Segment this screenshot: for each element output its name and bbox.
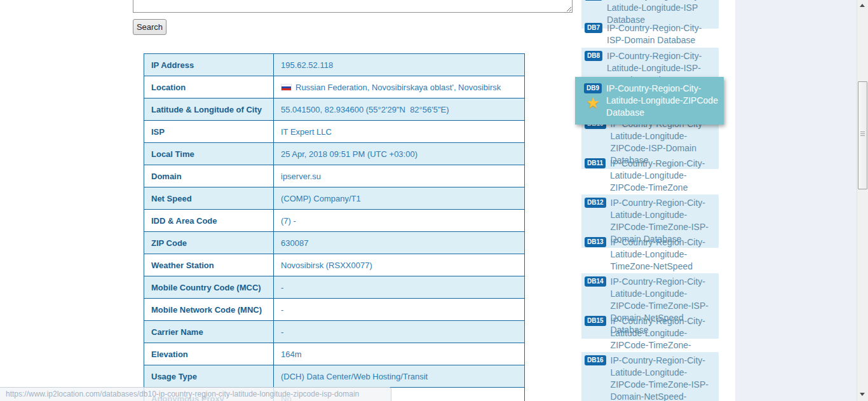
row-label: IP Address [144, 54, 274, 76]
ip-query-textarea[interactable] [133, 0, 573, 13]
database-list-sidebar: DB6 IP-Country-Region-City-Latitude-Long… [575, 0, 735, 401]
table-row: Location Russian Federation, Novosibirsk… [144, 76, 525, 99]
row-value: - [274, 276, 525, 299]
table-row: Domain ipserver.su [144, 165, 525, 187]
row-value: - [274, 299, 525, 321]
sidebar-item-db16[interactable]: DB16 IP-Country-Region-City-Latitude-Lon… [581, 352, 719, 401]
status-bar-url-preview: https://www.ip2location.com/databases/db… [0, 387, 391, 401]
db15-badge: DB15 [585, 316, 606, 326]
row-value: 55.041500, 82.934600 (55°2'29"N 82°56'5"… [274, 99, 525, 121]
row-value: Russian Federation, Novosibirskaya oblas… [274, 76, 525, 99]
row-label: Net Speed [144, 187, 274, 210]
table-row: Latitude & Longitude of City 55.041500, … [144, 99, 525, 121]
scroll-up-button[interactable] [857, 0, 868, 11]
row-label: Location [144, 76, 274, 99]
row-value: (7) - [274, 210, 525, 232]
db6-badge: DB6 [585, 0, 602, 1]
db9-badge: DB9 [584, 83, 602, 93]
sidebar-item-db9-highlighted[interactable]: DB9 ★ IP-Country-Region-City-Latitude-Lo… [575, 77, 724, 125]
sidebar-item-label: IP-Country-Region-City-Latitude-Longitud… [611, 355, 715, 401]
row-value: 630087 [274, 232, 525, 254]
search-button[interactable]: Search [133, 19, 166, 35]
row-label: Mobile Country Code (MCC) [144, 276, 274, 299]
location-text: Russian Federation, Novosibirskaya oblas… [295, 83, 501, 92]
arrow-up-icon [860, 4, 865, 7]
row-label: ZIP Code [144, 232, 274, 254]
row-value: 164m [274, 343, 525, 365]
db12-badge: DB12 [585, 198, 606, 208]
table-row: Elevation 164m [144, 343, 525, 365]
table-row: Mobile Network Code (MNC) - [144, 299, 525, 321]
russia-flag-icon [281, 84, 292, 91]
db14-badge: DB14 [585, 276, 606, 287]
db16-badge: DB16 [585, 355, 606, 365]
db8-badge: DB8 [585, 51, 602, 61]
db13-badge: DB13 [585, 237, 606, 247]
ip-lookup-results-table: IP Address 195.62.52.118 Location Russia… [144, 53, 525, 401]
page-outer-background [735, 0, 857, 401]
row-label: Carrier Name [144, 321, 274, 343]
row-label: ISP [144, 121, 274, 143]
table-row: ISP IT Expert LLC [144, 121, 525, 143]
table-row: Usage Type (DCH) Data Center/Web Hosting… [144, 365, 525, 388]
sidebar-item-db7[interactable]: DB7 IP-Country-Region-City-ISP-Domain Da… [581, 20, 719, 49]
row-label: Latitude & Longitude of City [144, 99, 274, 121]
row-label: Usage Type [144, 365, 274, 388]
row-value: - [274, 321, 525, 343]
row-value: 195.62.52.118 [274, 54, 525, 76]
vertical-scrollbar[interactable] [857, 0, 868, 401]
row-label: Elevation [144, 343, 274, 365]
row-value: ipserver.su [274, 165, 525, 187]
table-row: IDD & Area Code (7) - [144, 210, 525, 232]
db11-badge: DB11 [585, 158, 606, 168]
table-row: IP Address 195.62.52.118 [144, 54, 525, 76]
table-row: Carrier Name - [144, 321, 525, 343]
table-row: Weather Station Novosibirsk (RSXX0077) [144, 254, 525, 276]
arrow-down-icon [860, 393, 865, 396]
table-row: Net Speed (COMP) Company/T1 [144, 187, 525, 210]
row-value: 25 Apr, 2018 09:51 PM (UTC +03:00) [274, 143, 525, 165]
star-icon: ★ [586, 96, 600, 110]
row-label: Weather Station [144, 254, 274, 276]
row-label: Local Time [144, 143, 274, 165]
row-label: Mobile Network Code (MNC) [144, 299, 274, 321]
scrollbar-thumb[interactable] [858, 81, 867, 189]
scroll-down-button[interactable] [857, 389, 868, 400]
sidebar-item-label: IP-Country-Region-City-Latitude-Longitud… [606, 83, 720, 119]
db7-badge: DB7 [585, 23, 602, 33]
row-label: IDD & Area Code [144, 210, 274, 232]
sidebar-item-label: IP-Country-Region-City-ISP-Domain Databa… [607, 22, 715, 46]
table-row: Mobile Country Code (MCC) - [144, 276, 525, 299]
row-label: Domain [144, 165, 274, 187]
row-value: IT Expert LLC [274, 121, 525, 143]
row-value: (DCH) Data Center/Web Hosting/Transit [274, 365, 525, 388]
row-value: Novosibirsk (RSXX0077) [274, 254, 525, 276]
table-row: ZIP Code 630087 [144, 232, 525, 254]
row-value: (COMP) Company/T1 [274, 187, 525, 210]
table-row: Local Time 25 Apr, 2018 09:51 PM (UTC +0… [144, 143, 525, 165]
